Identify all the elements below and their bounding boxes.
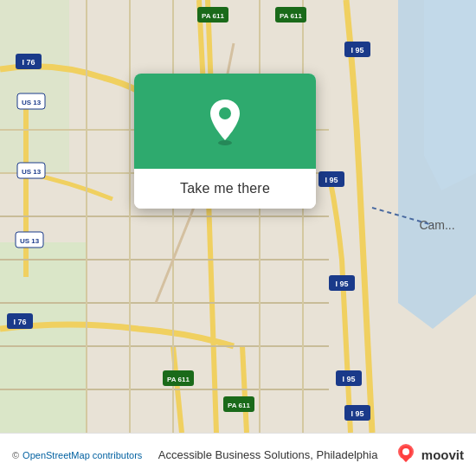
svg-text:I 95: I 95 bbox=[335, 280, 348, 288]
bottom-bar: © OpenStreetMap contributors Accessible … bbox=[0, 433, 476, 476]
osm-credit-prefix: © bbox=[12, 450, 19, 460]
svg-text:PA 611: PA 611 bbox=[280, 12, 302, 20]
card-button-area: Take me there bbox=[134, 169, 316, 209]
svg-text:Cam...: Cam... bbox=[419, 218, 454, 232]
svg-text:PA 611: PA 611 bbox=[228, 402, 250, 409]
moovit-text: moovit bbox=[421, 447, 464, 462]
svg-text:US 13: US 13 bbox=[22, 99, 42, 106]
svg-text:I 76: I 76 bbox=[22, 58, 35, 67]
svg-text:I 95: I 95 bbox=[351, 46, 363, 55]
osm-link[interactable]: OpenStreetMap contributors bbox=[23, 450, 142, 460]
take-me-there-button[interactable]: Take me there bbox=[170, 177, 280, 200]
location-pin-icon bbox=[203, 95, 247, 147]
svg-rect-4 bbox=[0, 0, 69, 173]
svg-text:US 13: US 13 bbox=[20, 237, 40, 245]
svg-text:PA 611: PA 611 bbox=[202, 12, 224, 20]
moovit-icon bbox=[394, 443, 418, 467]
map-container: I 76 I 76 US 13 US 13 US 13 PA 611 PA 61… bbox=[0, 0, 476, 433]
card-map-header bbox=[134, 74, 316, 169]
svg-text:US 13: US 13 bbox=[22, 168, 42, 176]
svg-text:I 95: I 95 bbox=[351, 409, 363, 418]
location-card: Take me there bbox=[134, 74, 316, 209]
svg-text:I 95: I 95 bbox=[325, 176, 338, 184]
bottom-left-section: © OpenStreetMap contributors bbox=[12, 450, 142, 460]
svg-point-47 bbox=[218, 140, 232, 145]
moovit-logo: moovit bbox=[394, 443, 464, 467]
map-background: I 76 I 76 US 13 US 13 US 13 PA 611 PA 61… bbox=[0, 0, 476, 433]
location-label: Accessible Business Solutions, Philadelp… bbox=[158, 448, 378, 461]
svg-text:I 76: I 76 bbox=[13, 318, 26, 326]
svg-rect-3 bbox=[0, 242, 87, 433]
svg-text:I 95: I 95 bbox=[342, 375, 355, 383]
svg-point-48 bbox=[219, 107, 231, 119]
svg-point-50 bbox=[402, 448, 409, 455]
svg-marker-2 bbox=[424, 0, 476, 190]
svg-text:PA 611: PA 611 bbox=[167, 376, 190, 383]
